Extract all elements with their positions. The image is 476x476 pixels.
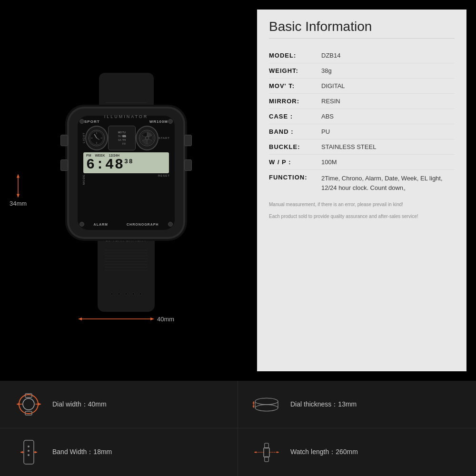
band-width-icon	[14, 438, 43, 466]
screw-tr	[168, 119, 173, 124]
watch-length-text: Watch length：260mm	[290, 448, 358, 456]
dial-thickness-icon	[252, 390, 281, 419]
strap-holes	[111, 293, 142, 295]
dial-width-icon	[14, 390, 43, 419]
info-row-model: MODEL: DZB14	[269, 48, 455, 63]
crown-left-top[interactable]	[60, 135, 68, 146]
info-row-wp: W / P : 100M	[269, 155, 455, 170]
chrono-label: CHRONOGRAPH	[127, 223, 159, 226]
wr-label: WR100M	[149, 119, 168, 124]
svg-marker-1	[17, 174, 20, 178]
crown-right-bottom[interactable]	[184, 159, 192, 171]
svg-marker-13	[78, 317, 82, 320]
spec-dial-width: Dial width：40mm	[0, 381, 238, 428]
start-label: START	[159, 137, 170, 139]
spec-watch-length: Watch length：260mm	[238, 428, 476, 476]
strap-top-lines	[106, 102, 147, 109]
sub-dial-right	[136, 126, 159, 150]
watch-length-icon	[252, 438, 281, 466]
crown-left	[60, 135, 68, 171]
alarm-label: ALARM	[94, 223, 108, 226]
info-row-movt: MOV' T: DIGITAL	[269, 79, 455, 94]
dim-width-label: 40mm	[78, 316, 174, 323]
sub-dial-left	[85, 126, 108, 150]
info-panel: Basic Information MODEL: DZB14 WEIGHT: 3…	[257, 10, 466, 371]
watch-area: 34mm ILLUMINATOR	[0, 0, 252, 381]
watch-face: SPORT WR100M LIGHT	[78, 116, 175, 230]
dim-width-text: 40mm	[157, 316, 174, 323]
info-note-1: Manual measurement, if there is an error…	[269, 201, 455, 208]
svg-point-33	[28, 454, 30, 456]
info-row-buckle: BUCKLE: STAINLESS STEEL	[269, 139, 455, 155]
svg-marker-21	[17, 403, 19, 406]
svg-marker-22	[39, 403, 41, 406]
watch-case: ILLUMINATOR	[69, 109, 183, 237]
spec-band-width: Band Width：18mm	[0, 428, 238, 476]
reset-label: RESET	[158, 174, 170, 185]
spec-dial-thickness: Dial thickness：13mm	[238, 381, 476, 428]
svg-point-32	[28, 450, 30, 452]
strap-bottom: 10 YEAR BATTERY	[98, 233, 155, 312]
crown-left-bottom[interactable]	[60, 159, 68, 171]
screw-tl	[79, 119, 84, 124]
svg-marker-14	[150, 317, 154, 320]
illuminator-label: ILLUMINATOR	[104, 114, 149, 119]
sport-label: SPORT	[84, 119, 100, 124]
svg-rect-38	[264, 447, 269, 457]
digital-display: PM WEEK 12/24H 6:4838	[83, 152, 169, 173]
info-table: MODEL: DZB14 WEIGHT: 38g MOV' T: DIGITAL…	[269, 48, 455, 196]
dim-height-label: 34mm	[10, 174, 27, 207]
svg-marker-43	[254, 451, 256, 453]
svg-rect-30	[24, 440, 34, 464]
screw-bl	[79, 222, 84, 227]
svg-marker-2	[17, 194, 20, 198]
svg-point-23	[255, 398, 278, 405]
svg-marker-28	[252, 401, 254, 403]
svg-marker-36	[20, 451, 23, 454]
mode-label: MODE	[82, 174, 85, 185]
strap-top	[99, 73, 154, 113]
face-top-bar: SPORT WR100M	[81, 119, 171, 124]
face-side-labels: MODE RESET	[81, 174, 171, 185]
info-row-mirror: MIRROR: RESIN	[269, 94, 455, 109]
svg-point-31	[28, 446, 30, 447]
crown-right-top[interactable]	[184, 135, 192, 146]
screw-br	[168, 222, 173, 227]
time-display: 6:4838	[86, 158, 166, 172]
specs-bar: Dial width：40mm Dial thickness：13mm	[0, 381, 476, 476]
info-note-2: Each product sold to provide quality ass…	[269, 213, 455, 220]
band-width-text: Band Width：18mm	[52, 448, 112, 456]
watch-assembly: ILLUMINATOR	[69, 73, 183, 323]
main-area: 34mm ILLUMINATOR	[0, 0, 476, 381]
info-row-case: CASE : ABS	[269, 109, 455, 124]
crown-right	[184, 135, 192, 171]
info-row-band: BAND : PU	[269, 124, 455, 139]
svg-point-11	[145, 136, 149, 140]
svg-rect-39	[265, 443, 269, 448]
svg-marker-37	[35, 451, 37, 454]
strap-bottom-lines	[105, 250, 148, 270]
svg-marker-29	[252, 406, 254, 407]
info-row-function: FUNCTION: 2Time, Chrono, Alarm, Date, We…	[269, 170, 455, 196]
battery-label: 10 YEAR BATTERY	[106, 238, 147, 242]
svg-rect-40	[265, 456, 269, 461]
face-bottom-labels: ALARM CHRONOGRAPH	[81, 222, 171, 226]
svg-marker-44	[277, 451, 278, 453]
info-row-weight: WEIGHT: 38g	[269, 63, 455, 79]
days-display: MO TU SU WE SA TH	[108, 126, 136, 150]
sub-dials-row: LIGHT	[81, 125, 171, 152]
svg-point-16	[23, 398, 34, 410]
dial-width-text: Dial width：40mm	[52, 400, 107, 409]
dial-thickness-text: Dial thickness：13mm	[290, 400, 357, 409]
svg-point-24	[255, 405, 278, 411]
info-title: Basic Information	[269, 19, 455, 39]
